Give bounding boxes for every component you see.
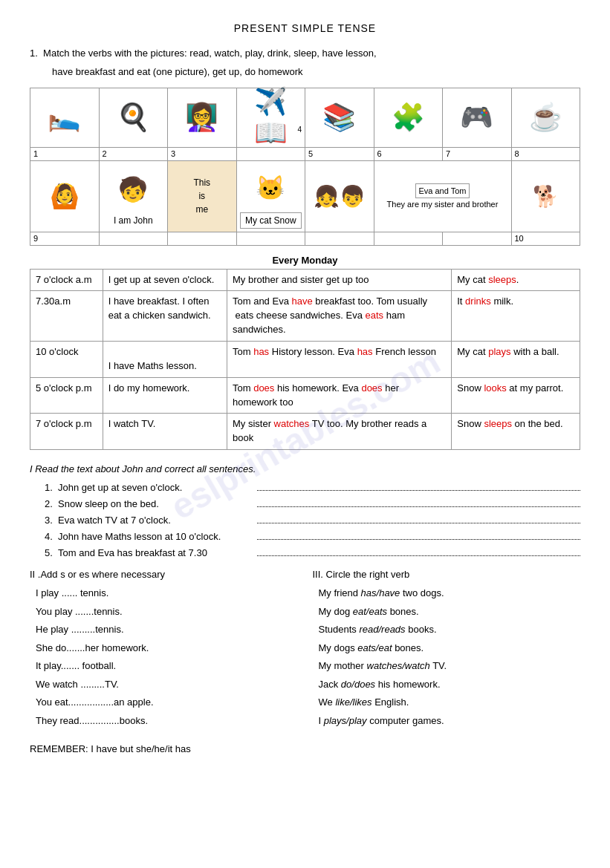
pic-3: 👩‍🏫 — [171, 94, 233, 142]
correction-item-2: 2. Snow sleep on the bed. — [45, 497, 580, 509]
family-2: Tom and Eva have breakfast too. Tom usua… — [227, 291, 451, 342]
section4-title: III. Circle the right verb — [313, 569, 581, 580]
me-3: I have Maths lesson. — [103, 341, 227, 377]
schedule-row-2: 7.30a.m I have breakfast. I often eat a … — [30, 291, 580, 342]
q1-text2: have breakfast and eat (one picture), ge… — [52, 66, 302, 77]
correction-list: 1. John get up at seven o'clock. 2. Snow… — [45, 480, 580, 558]
q1-text: Match the verbs with the pictures: read,… — [43, 48, 376, 59]
cat-5: Snow sleeps on the bed. — [452, 414, 580, 450]
add-s-item-5: It play....... football. — [36, 659, 298, 673]
add-s-item-1: I play ...... tennis. — [36, 586, 298, 601]
pic-4: ✈️📖 — [240, 94, 302, 142]
pic-6: 🧩 — [377, 94, 440, 142]
me-2: I have breakfast. I often eat a chicken … — [103, 291, 227, 342]
question1: 1. Match the verbs with the pictures: re… — [30, 46, 580, 80]
page-title: PRESENT SIMPLE TENSE — [30, 22, 580, 34]
add-s-item-6: We watch .........TV. — [36, 677, 298, 692]
eva-tom-label: Eva and Tom — [418, 186, 466, 195]
sister-brother-label: They are my sister and brother — [377, 200, 508, 209]
me-4: I do my homework. — [103, 377, 227, 414]
circle-item-6: Jack do/does his homework. — [319, 677, 581, 692]
circle-list: My friend has/have two dogs. My dog eat/… — [319, 586, 581, 728]
add-s-item-4: She do.......her homework. — [36, 641, 298, 656]
monday-header: Every Monday — [30, 252, 580, 269]
circle-item-7: We like/likes English. — [319, 695, 581, 710]
correction-item-3: 3. Eva watch TV at 7 o'clock. — [45, 513, 580, 526]
schedule-row-5: 7 o'clock p.m I watch TV. My sister watc… — [30, 414, 580, 450]
section2-title: I Read the text about John and correct a… — [30, 463, 580, 474]
cat-3: My cat plays with a ball. — [452, 341, 580, 377]
time-5: 7 o'clock p.m — [30, 414, 103, 450]
circle-item-8: I plays/play computer games. — [319, 714, 581, 728]
pic-5: 📚 — [308, 94, 371, 142]
add-s-item-8: They read...............books. — [36, 714, 298, 728]
pic-2: 🍳 — [103, 94, 165, 142]
col-circle-verb: III. Circle the right verb My friend has… — [313, 569, 581, 731]
family-1: My brother and sister get up too — [227, 269, 451, 291]
add-s-list: I play ...... tennis. You play .......te… — [36, 586, 298, 728]
time-3: 10 o'clock — [30, 341, 103, 377]
correction-item-1: 1. John get up at seven o'clock. — [45, 480, 580, 493]
family-4: Tom does his homework. Eva does her home… — [227, 377, 451, 414]
schedule-row-1: 7 o'clock a.m I get up at seven o'clock.… — [30, 269, 580, 291]
john-label: I am John — [103, 214, 165, 227]
pic-1: 🛌 — [33, 94, 96, 142]
pic-8: ☕ — [515, 94, 577, 142]
this-is-me-label: Thisisme — [193, 177, 210, 215]
schedule-row-3: 10 o'clock I have Maths lesson. Tom has … — [30, 341, 580, 377]
time-1: 7 o'clock a.m — [30, 269, 103, 291]
two-col-section: II .Add s or es where necessary I play .… — [30, 569, 580, 731]
pic-7: 🎮 — [446, 94, 508, 142]
add-s-item-7: You eat.................an apple. — [36, 695, 298, 710]
cat-1: My cat sleeps. — [452, 269, 580, 291]
time-4: 5 o'clock p.m — [30, 377, 103, 414]
remember-section: REMEMBER: I have but she/he/it has — [30, 743, 580, 754]
remember-text: REMEMBER: I have but she/he/it has — [30, 743, 191, 754]
section3-title: II .Add s or es where necessary — [30, 569, 298, 580]
schedule-table: 7 o'clock a.m I get up at seven o'clock.… — [30, 269, 580, 450]
pic-numbers-row2: 910 — [30, 232, 580, 245]
cat-4: Snow looks at my parrot. — [452, 377, 580, 414]
family-3: Tom has History lesson. Eva has French l… — [227, 341, 451, 377]
me-1: I get up at seven o'clock. — [103, 269, 227, 291]
q1-label: 1. — [30, 48, 38, 59]
circle-item-4: My dogs eats/eat bones. — [319, 641, 581, 656]
picture-grid: 🛌 🍳 👩‍🏫 4 ✈️📖 📚 🧩 🎮 ☕ 123 5678 🙆 🧒 I am … — [30, 88, 580, 246]
family-5: My sister watches TV too. My brother rea… — [227, 414, 451, 450]
add-s-item-2: You play .......tennis. — [36, 604, 298, 619]
add-s-item-3: He play .........tennis. — [36, 622, 298, 637]
pic-row2: 🙆 🧒 I am John Thisisme 🐱 My cat Snow 👧👦 … — [30, 160, 580, 232]
col-add-s: II .Add s or es where necessary I play .… — [30, 569, 298, 731]
correction-item-4: 4. John have Maths lesson at 10 o'clock. — [45, 529, 580, 542]
me-5: I watch TV. — [103, 414, 227, 450]
circle-item-2: My dog eat/eats bones. — [319, 604, 581, 619]
schedule-row-4: 5 o'clock p.m I do my homework. Tom does… — [30, 377, 580, 414]
circle-item-1: My friend has/have two dogs. — [319, 586, 581, 601]
cat-2: It drinks milk. — [452, 291, 580, 342]
cat-snow-label: My cat Snow — [240, 212, 302, 229]
circle-item-3: Students read/reads books. — [319, 622, 581, 637]
circle-item-5: My mother watches/watch TV. — [319, 659, 581, 673]
pic-numbers-row1: 123 5678 — [30, 147, 580, 160]
time-2: 7.30a.m — [30, 291, 103, 342]
correction-item-5: 5. Tom and Eva has breakfast at 7.30 — [45, 546, 580, 558]
